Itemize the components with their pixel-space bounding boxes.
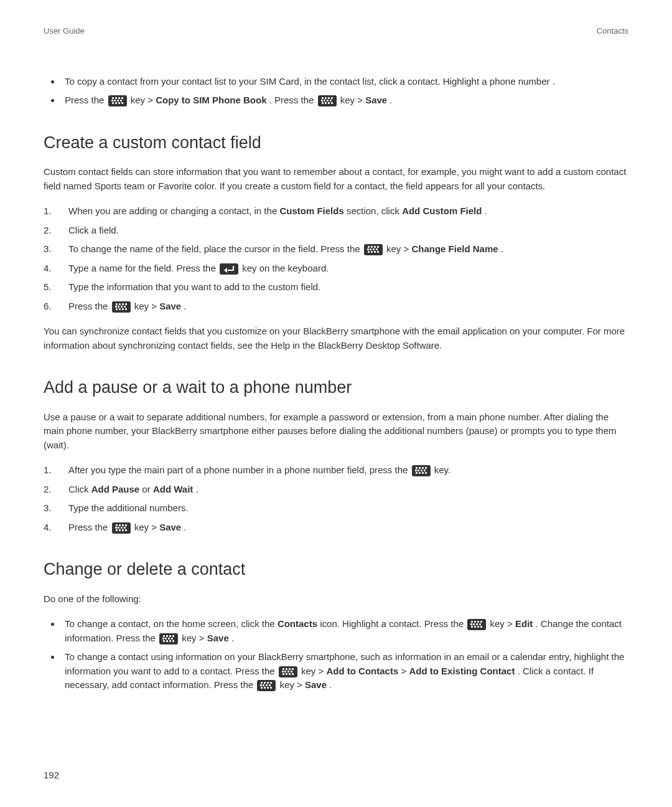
paragraph: You can synchronize contact fields that … (44, 324, 628, 352)
text: . (196, 484, 198, 494)
bold-text: Add to Existing Contact (409, 666, 515, 676)
menu-key-icon (112, 522, 131, 534)
section-heading: Create a custom contact field (44, 130, 628, 156)
section-heading: Add a pause or a wait to a phone number (44, 375, 628, 400)
text: key > (182, 633, 207, 643)
text: . (329, 679, 332, 690)
paragraph: Use a pause or a wait to separate additi… (44, 410, 628, 453)
text: key on the keyboard. (242, 263, 329, 273)
paragraph: Do one of the following: (44, 592, 628, 606)
page-header: User Guide Contacts (44, 25, 628, 37)
step-item: To change the name of the field, place t… (44, 242, 628, 257)
text: To copy a contact from your contact list… (65, 76, 555, 87)
bold-text: Contacts (278, 618, 317, 629)
text: key > (386, 243, 411, 254)
text: key > (490, 618, 515, 629)
text: key > (131, 95, 156, 105)
text: key > (301, 666, 326, 676)
menu-key-icon (318, 95, 337, 106)
bold-text: Add to Contacts (326, 666, 398, 676)
steps-list: After you type the main part of a phone … (44, 463, 628, 534)
text: Press the (68, 301, 111, 311)
menu-key-icon (108, 95, 127, 106)
text: icon. Highlight a contact. Press the (320, 618, 466, 629)
text: . (485, 205, 487, 216)
step-item: Click Add Pause or Add Wait . (44, 483, 628, 497)
bold-text: Save (159, 522, 181, 532)
text: Type a name for the field. Press the (68, 263, 218, 273)
step-item: Type the additional numbers. (44, 501, 628, 516)
text: . (501, 243, 503, 254)
menu-key-icon (412, 465, 431, 476)
step-item: Press the key > Save . (44, 521, 628, 535)
bold-text: Change Field Name (411, 243, 498, 254)
enter-key-icon (220, 263, 238, 275)
header-right: Contacts (597, 25, 628, 37)
menu-key-icon (112, 301, 131, 313)
steps-list: When you are adding or changing a contac… (44, 204, 628, 313)
list-item: To change a contact using information on… (61, 650, 628, 692)
bold-text: Edit (515, 618, 533, 629)
menu-key-icon (257, 680, 276, 691)
step-item: When you are adding or changing a contac… (44, 204, 628, 219)
text: > (401, 666, 409, 676)
bold-text: Save (305, 679, 327, 690)
text: key. (434, 465, 450, 475)
page: User Guide Contacts To copy a contact fr… (0, 0, 672, 807)
bold-text: Copy to SIM Phone Book (156, 95, 266, 105)
list-item: To change a contact, on the home screen,… (61, 617, 628, 645)
bold-text: Add Custom Field (402, 205, 482, 216)
step-item: After you type the main part of a phone … (44, 463, 628, 478)
step-item: Click a field. (44, 224, 628, 238)
bold-text: Add Wait (153, 484, 193, 494)
step-item: Press the key > Save . (44, 300, 628, 314)
text: After you type the main part of a phone … (68, 465, 411, 475)
list-item: Press the key > Copy to SIM Phone Book .… (61, 93, 628, 108)
bold-text: Custom Fields (279, 205, 343, 216)
text: To change the name of the field, place t… (68, 243, 363, 254)
intro-bullets: To copy a contact from your contact list… (44, 75, 628, 108)
text: key > (340, 95, 365, 105)
text: or (142, 484, 153, 494)
text: . (184, 301, 186, 311)
text: . (184, 522, 186, 532)
list-item: To copy a contact from your contact list… (61, 75, 628, 89)
page-number: 192 (44, 768, 59, 783)
text: section, click (347, 205, 402, 216)
text: . Press the (269, 95, 317, 105)
menu-key-icon (467, 619, 486, 630)
text: When you are adding or changing a contac… (68, 205, 279, 216)
text: Press the (68, 522, 111, 532)
change-delete-bullets: To change a contact, on the home screen,… (44, 617, 628, 692)
text: key > (280, 679, 305, 690)
text: . (390, 95, 392, 105)
step-item: Type the information that you want to ad… (44, 280, 628, 295)
bold-text: Save (159, 301, 181, 311)
text: key > (134, 301, 159, 311)
text: . (231, 633, 234, 643)
text: To change a contact, on the home screen,… (65, 618, 278, 629)
text: Press the (65, 95, 107, 105)
step-item: Type a name for the field. Press the key… (44, 262, 628, 276)
bold-text: Add Pause (91, 484, 140, 494)
bold-text: Save (207, 633, 229, 643)
bold-text: Save (365, 95, 387, 105)
menu-key-icon (364, 244, 383, 255)
section-heading: Change or delete a contact (44, 557, 628, 582)
menu-key-icon (279, 666, 297, 677)
text: Click (68, 484, 91, 494)
paragraph: Custom contact fields can store informat… (44, 165, 628, 193)
text: key > (134, 522, 159, 532)
menu-key-icon (159, 633, 178, 644)
header-left: User Guide (44, 25, 85, 37)
